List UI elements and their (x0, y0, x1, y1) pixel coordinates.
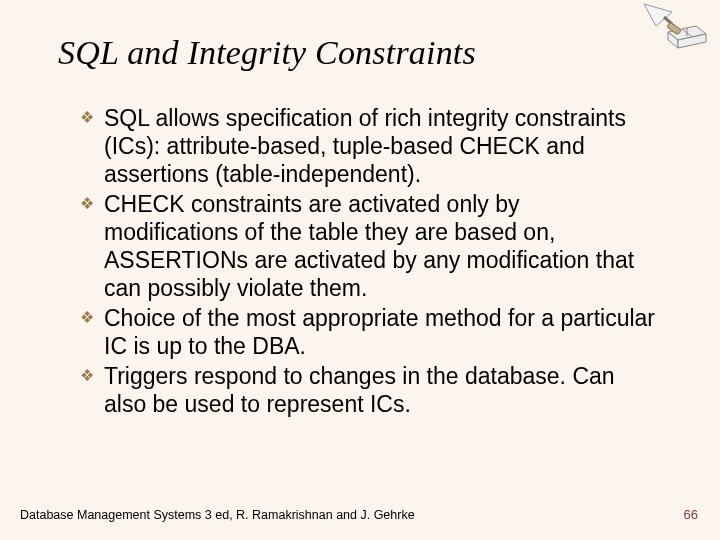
list-item: ❖ CHECK constraints are activated only b… (80, 190, 660, 302)
list-item: ❖ Triggers respond to changes in the dat… (80, 362, 660, 418)
page-title: SQL and Integrity Constraints (58, 34, 476, 72)
list-item: ❖ SQL allows specification of rich integ… (80, 104, 660, 188)
list-item-text: CHECK constraints are activated only by … (104, 190, 660, 302)
bullet-list: ❖ SQL allows specification of rich integ… (80, 104, 660, 421)
svg-marker-5 (644, 4, 672, 26)
list-item-text: SQL allows specification of rich integri… (104, 104, 660, 188)
footer-attribution: Database Management Systems 3 ed, R. Ram… (20, 508, 415, 522)
diamond-bullet-icon: ❖ (80, 194, 94, 213)
list-item: ❖ Choice of the most appropriate method … (80, 304, 660, 360)
diamond-bullet-icon: ❖ (80, 366, 94, 385)
diamond-bullet-icon: ❖ (80, 108, 94, 127)
trowel-brick-icon (638, 2, 708, 52)
list-item-text: Choice of the most appropriate method fo… (104, 304, 660, 360)
list-item-text: Triggers respond to changes in the datab… (104, 362, 660, 418)
page-number: 66 (684, 507, 698, 522)
diamond-bullet-icon: ❖ (80, 308, 94, 327)
